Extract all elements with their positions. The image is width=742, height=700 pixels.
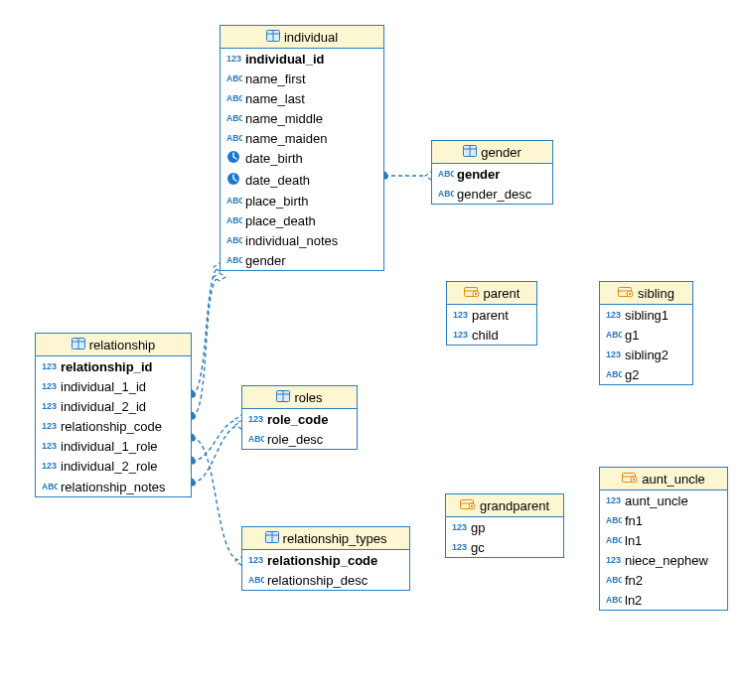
column-row[interactable]: 123role_code [242, 409, 357, 429]
column-row[interactable]: 123gp [446, 517, 563, 537]
column-row[interactable]: ABCg1 [600, 325, 692, 345]
column-row[interactable]: 123relationship_id [36, 356, 191, 376]
entity-gender[interactable]: genderABCgenderABCgender_desc [431, 140, 553, 205]
text-type-icon: ABC [42, 480, 58, 494]
column-row[interactable]: 123niece_nephew [600, 550, 727, 570]
column-row[interactable]: ABCrole_desc [242, 429, 357, 449]
svg-text:123: 123 [606, 495, 621, 505]
column-row[interactable]: ABCfn2 [600, 570, 727, 590]
svg-point-49 [629, 293, 631, 295]
column-row[interactable]: ABCrelationship_desc [242, 570, 409, 590]
svg-text:ABC: ABC [226, 255, 242, 265]
column-name: individual_1_role [61, 439, 158, 454]
column-name: relationship_id [61, 359, 152, 374]
text-type-icon: ABC [226, 233, 242, 248]
svg-point-43 [474, 293, 476, 295]
entity-title: gender [481, 145, 520, 160]
column-row[interactable]: ABCgender_desc [432, 184, 552, 204]
view-icon [464, 286, 480, 301]
text-type-icon: ABC [438, 187, 454, 202]
column-row[interactable]: 123sibling1 [600, 305, 692, 325]
number-type-icon: 123 [452, 520, 468, 535]
er-diagram-canvas: individual123individual_idABCname_firstA… [0, 0, 742, 700]
column-row[interactable]: 123relationship_code [36, 416, 191, 436]
date-type-icon [226, 172, 242, 189]
entity-header[interactable]: roles [242, 386, 357, 409]
column-name: g2 [625, 367, 639, 382]
entity-header[interactable]: relationship_types [242, 527, 409, 550]
column-row[interactable]: ABCfn1 [600, 510, 727, 530]
entity-header[interactable]: aunt_uncle [600, 468, 727, 490]
column-row[interactable]: date_death [221, 169, 383, 190]
number-type-icon: 123 [42, 399, 58, 414]
column-row[interactable]: ABCname_middle [221, 108, 383, 128]
column-row[interactable]: ABCplace_death [221, 210, 383, 230]
column-row[interactable]: ABCindividual_notes [221, 230, 383, 250]
column-row[interactable]: 123aunt_uncle [600, 490, 727, 510]
entity-relationship[interactable]: relationship123relationship_id123individ… [35, 333, 192, 497]
entity-individual[interactable]: individual123individual_idABCname_firstA… [220, 25, 384, 271]
svg-text:ABC: ABC [606, 369, 622, 379]
column-row[interactable]: 123individual_1_id [36, 376, 191, 396]
svg-text:123: 123 [42, 361, 57, 371]
number-type-icon: 123 [606, 553, 622, 568]
column-row[interactable]: ABCname_last [221, 88, 383, 108]
table-icon [463, 145, 477, 160]
entity-header[interactable]: relationship [36, 334, 191, 356]
column-name: ln1 [625, 533, 642, 548]
column-name: name_maiden [245, 131, 327, 146]
column-name: name_first [245, 71, 306, 86]
entity-header[interactable]: gender [432, 141, 552, 164]
entity-header[interactable]: individual [221, 26, 383, 49]
column-name: child [472, 328, 499, 343]
column-row[interactable]: 123individual_2_id [36, 396, 191, 416]
svg-text:123: 123 [42, 401, 57, 411]
column-name: gp [471, 520, 485, 535]
column-name: aunt_uncle [625, 493, 688, 508]
entity-aunt_uncle[interactable]: aunt_uncle123aunt_uncleABCfn1ABCln1123ni… [599, 467, 728, 611]
column-row[interactable]: ABCg2 [600, 364, 692, 384]
column-name: individual_1_id [61, 379, 146, 394]
column-row[interactable]: 123sibling2 [600, 345, 692, 364]
entity-header[interactable]: sibling [600, 282, 692, 305]
entity-header[interactable]: grandparent [446, 494, 563, 517]
fk-connector [192, 277, 220, 416]
entity-header[interactable]: parent [447, 282, 536, 305]
svg-text:ABC: ABC [438, 169, 454, 179]
column-row[interactable]: 123individual_id [221, 49, 383, 69]
column-row[interactable]: ABCgender [432, 164, 552, 184]
entity-parent[interactable]: parent123parent123child [446, 281, 537, 346]
svg-text:123: 123 [606, 310, 621, 320]
entity-title: relationship_types [283, 531, 387, 546]
column-row[interactable]: 123relationship_code [242, 550, 409, 570]
column-row[interactable]: date_birth [221, 148, 383, 169]
number-type-icon: 123 [248, 553, 264, 568]
svg-text:123: 123 [452, 542, 467, 552]
column-row[interactable]: 123parent [447, 305, 536, 325]
column-row[interactable]: ABCplace_birth [221, 191, 383, 210]
entity-title: individual [284, 30, 338, 45]
column-row[interactable]: ABCname_first [221, 69, 383, 88]
svg-text:ABC: ABC [248, 434, 264, 444]
column-name: name_middle [245, 111, 323, 126]
column-row[interactable]: ABCrelationship_notes [36, 476, 191, 495]
column-row[interactable]: 123individual_1_role [36, 436, 191, 456]
column-row[interactable]: ABCgender [221, 250, 383, 270]
view-icon [618, 286, 634, 301]
column-row[interactable]: ABCln1 [600, 530, 727, 550]
entity-grandparent[interactable]: grandparent123gp123gc [445, 493, 564, 558]
column-row[interactable]: ABCname_maiden [221, 128, 383, 148]
entity-title: aunt_uncle [642, 472, 705, 487]
entity-roles[interactable]: roles123role_codeABCrole_desc [241, 385, 358, 450]
column-row[interactable]: 123gc [446, 537, 563, 557]
column-row[interactable]: 123child [447, 325, 536, 345]
svg-text:ABC: ABC [226, 93, 242, 103]
entity-relationship_types[interactable]: relationship_types123relationship_codeAB… [241, 526, 410, 591]
entity-title: roles [294, 390, 322, 405]
column-name: gender [457, 167, 500, 182]
number-type-icon: 123 [226, 52, 242, 67]
number-type-icon: 123 [42, 359, 58, 374]
entity-sibling[interactable]: sibling123sibling1ABCg1123sibling2ABCg2 [599, 281, 693, 385]
column-row[interactable]: ABCln2 [600, 590, 727, 610]
column-row[interactable]: 123individual_2_role [36, 456, 191, 476]
